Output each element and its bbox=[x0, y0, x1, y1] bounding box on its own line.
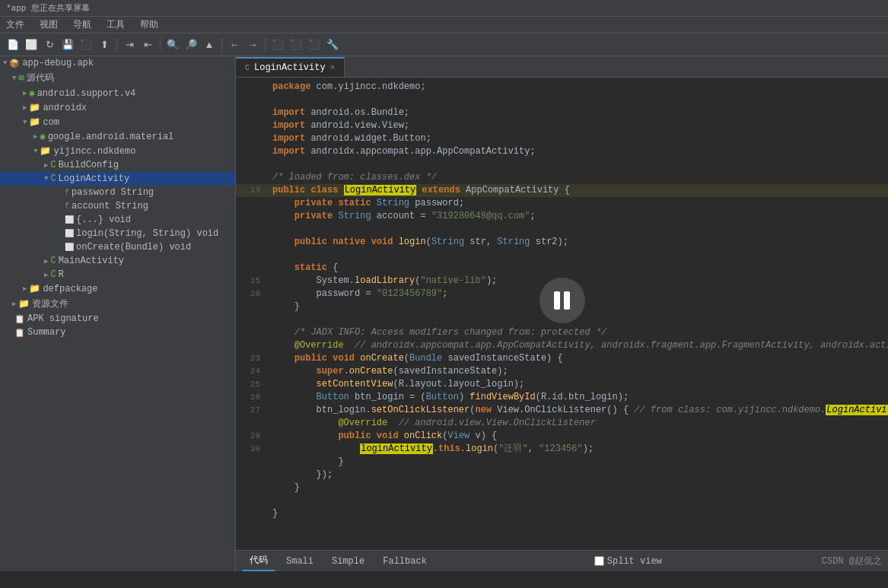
code-content: public native void login(String str, Str… bbox=[266, 236, 888, 249]
pause-overlay[interactable] bbox=[539, 278, 585, 323]
sidebar-item-android-support[interactable]: ▶ ◉ android.support.v4 bbox=[0, 86, 235, 100]
indent-button[interactable]: ⇥ bbox=[121, 37, 138, 53]
save-all-button[interactable]: ⬛ bbox=[78, 37, 94, 53]
code-content: } bbox=[266, 482, 888, 494]
code-content: super.onCreate(savedInstanceState); bbox=[266, 365, 888, 378]
code-line-30: 30 loginActivity.this.login("迁羽", "12345… bbox=[236, 443, 888, 456]
sidebar-item-com[interactable]: ▼ 📁 com bbox=[0, 115, 235, 129]
code-content: setContentView(R.layout.layout_login); bbox=[266, 378, 888, 391]
sidebar-item-label: APK signature bbox=[27, 313, 99, 324]
split-view-label: Split view bbox=[607, 556, 662, 567]
class-icon: C bbox=[50, 256, 56, 266]
expand-arrow: ▶ bbox=[23, 103, 27, 112]
line-number: 25 bbox=[236, 378, 266, 391]
sidebar-item-label: app-debug.apk bbox=[22, 58, 94, 68]
code-editor[interactable]: package com.yijincc.ndkdemo; import andr… bbox=[236, 78, 888, 550]
sidebar-item-account[interactable]: f account String bbox=[0, 199, 235, 213]
code-line: public native void login(String str, Str… bbox=[236, 236, 888, 249]
code-content: }); bbox=[266, 469, 888, 482]
code-line: }); bbox=[236, 469, 888, 482]
code-line: static { bbox=[236, 262, 888, 275]
code-line: import android.widget.Button; bbox=[236, 132, 888, 145]
folder-icon: 📁 bbox=[18, 298, 30, 310]
tool2-button[interactable]: ⬛ bbox=[288, 37, 304, 53]
code-content: @Override // android.view.View.OnClickLi… bbox=[266, 417, 888, 430]
tab-code[interactable]: 代码 bbox=[242, 551, 275, 571]
forward-button[interactable]: → bbox=[244, 37, 261, 53]
sidebar-item-yijincc[interactable]: ▼ 📁 yijincc.ndkdemo bbox=[0, 144, 235, 158]
search-prev-button[interactable]: ▲ bbox=[201, 37, 218, 53]
line-number: 26 bbox=[236, 391, 266, 404]
field-icon: f bbox=[65, 202, 69, 211]
sidebar-item-buildconfig[interactable]: ▶ C BuildConfig bbox=[0, 158, 235, 172]
line-number: 23 bbox=[236, 352, 266, 365]
back-button[interactable]: ← bbox=[226, 37, 243, 53]
menu-tools[interactable]: 工具 bbox=[103, 17, 128, 33]
code-line bbox=[236, 158, 888, 171]
menu-view[interactable]: 视图 bbox=[37, 17, 61, 33]
code-content: btn_login.setOnClickListener(new View.On… bbox=[266, 404, 888, 417]
editor-area: C LoginActivity × package com.yijincc.nd… bbox=[236, 56, 888, 571]
deindent-button[interactable]: ⇤ bbox=[139, 37, 156, 53]
sidebar-item-password[interactable]: f password String bbox=[0, 186, 235, 199]
sidebar-item-resources[interactable]: ▶ 📁 资源文件 bbox=[0, 296, 235, 312]
sidebar-item-summary[interactable]: 📋 Summary bbox=[0, 326, 235, 339]
code-line: @Override // androidx.appcompat.app.AppC… bbox=[236, 339, 888, 352]
sidebar-item-oncreate[interactable]: ⬜ onCreate(Bundle) void bbox=[0, 240, 235, 254]
search-button[interactable]: 🔍 bbox=[164, 37, 181, 53]
sidebar-item-loginactivity[interactable]: ▼ C LoginActivity bbox=[0, 172, 235, 186]
sidebar-item-apk[interactable]: ▼ 📦 app-debug.apk bbox=[0, 56, 235, 70]
tab-close-button[interactable]: × bbox=[330, 63, 336, 72]
bottom-tabs: 代码 Smali Simple Fallback Split view CSDN… bbox=[236, 550, 888, 571]
wrench-button[interactable]: 🔧 bbox=[324, 37, 341, 53]
pause-bar-left bbox=[554, 291, 560, 310]
tool3-button[interactable]: ⬛ bbox=[306, 37, 323, 53]
toolbar: 📄 ⬜ ↻ 💾 ⬛ ⬆ ⇥ ⇤ 🔍 🔎 ▲ ← → ⬛ ⬛ ⬛ 🔧 bbox=[0, 33, 888, 56]
sidebar-item-r[interactable]: ▶ C R bbox=[0, 268, 235, 281]
tab-icon: C bbox=[245, 64, 250, 72]
open-button[interactable]: ⬜ bbox=[23, 37, 40, 53]
code-content: } bbox=[266, 507, 888, 520]
export-button[interactable]: ⬆ bbox=[96, 37, 113, 53]
save-button[interactable]: 💾 bbox=[59, 37, 76, 53]
new-file-button[interactable]: 📄 bbox=[5, 37, 21, 53]
sidebar-item-apk-sig[interactable]: 📋 APK signature bbox=[0, 312, 235, 326]
tab-simple[interactable]: Simple bbox=[324, 553, 372, 570]
split-view-checkbox[interactable] bbox=[594, 556, 604, 566]
expand-arrow: ▶ bbox=[23, 284, 27, 293]
sidebar-item-androidx[interactable]: ▶ 📁 androidx bbox=[0, 100, 235, 115]
sidebar-item-source[interactable]: ▼ ⊞ 源代码 bbox=[0, 70, 235, 86]
tab-loginactivity[interactable]: C LoginActivity × bbox=[236, 57, 345, 77]
separator-1 bbox=[116, 38, 117, 52]
sidebar-item-label: yijincc.ndkdemo bbox=[53, 146, 135, 157]
sidebar-item-defpackage[interactable]: ▶ 📁 defpackage bbox=[0, 281, 235, 296]
folder-icon: 📁 bbox=[29, 102, 40, 113]
code-content: static { bbox=[266, 262, 888, 275]
title-text: *app 您正在共享屏幕 bbox=[6, 2, 90, 14]
menu-file[interactable]: 文件 bbox=[3, 17, 27, 33]
code-line bbox=[236, 249, 888, 262]
expand-arrow: ▶ bbox=[44, 271, 48, 279]
expand-arrow: ▶ bbox=[44, 161, 48, 170]
tool1-button[interactable]: ⬛ bbox=[269, 37, 286, 53]
code-line: /* JADX INFO: Access modifiers changed f… bbox=[236, 326, 888, 339]
tab-fallback[interactable]: Fallback bbox=[375, 553, 434, 570]
menu-nav[interactable]: 导航 bbox=[70, 17, 94, 33]
tab-smali[interactable]: Smali bbox=[278, 553, 321, 570]
sidebar-item-label: 资源文件 bbox=[32, 297, 68, 310]
class-icon: C bbox=[50, 173, 56, 184]
sidebar-item-label: BuildConfig bbox=[59, 160, 119, 170]
split-view-toggle[interactable]: Split view bbox=[594, 556, 662, 567]
sidebar-item-login-method[interactable]: ⬜ login(String, String) void bbox=[0, 227, 235, 240]
sidebar-item-mainactivity[interactable]: ▶ C MainActivity bbox=[0, 254, 235, 268]
sync-button[interactable]: ↻ bbox=[41, 37, 58, 53]
code-line-25: 25 setContentView(R.layout.layout_login)… bbox=[236, 378, 888, 391]
sidebar-item-google-android[interactable]: ▶ ◉ google.android.material bbox=[0, 129, 235, 144]
code-line: /* loaded from: classes.dex */ bbox=[236, 171, 888, 184]
sidebar-item-void-block[interactable]: ⬜ {...} void bbox=[0, 213, 235, 227]
sidebar-item-label: account String bbox=[72, 201, 148, 211]
search-next-button[interactable]: 🔎 bbox=[183, 37, 199, 53]
menu-help[interactable]: 帮助 bbox=[137, 17, 161, 33]
expand-arrow: ▼ bbox=[44, 175, 48, 183]
separator-4 bbox=[265, 38, 266, 52]
